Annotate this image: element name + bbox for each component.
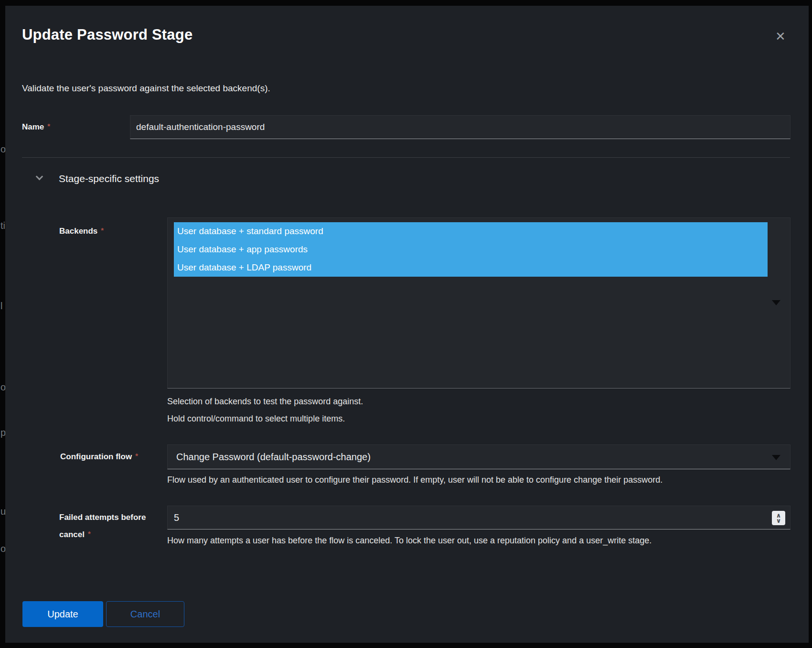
- name-label: Name*: [22, 122, 50, 132]
- required-asterisk: *: [47, 122, 50, 130]
- background-text-fragment: l: [0, 300, 2, 312]
- backend-option-selected[interactable]: User database + standard password: [174, 222, 768, 240]
- number-stepper[interactable]: ∧ ∨: [772, 511, 785, 525]
- failed-attempts-label-text: Failed attempts before cancel: [59, 513, 146, 539]
- name-label-text: Name: [22, 122, 44, 131]
- backends-label: Backends*: [59, 226, 104, 237]
- backends-help-text: Selection of backends to test the passwo…: [167, 396, 363, 407]
- failed-attempts-help-text: How many attempts a user has before the …: [167, 535, 652, 546]
- backends-options: User database + standard password User d…: [174, 222, 768, 277]
- backends-label-text: Backends: [59, 227, 97, 236]
- stepper-down-icon[interactable]: ∨: [776, 518, 781, 523]
- stage-specific-settings-toggle[interactable]: Stage-specific settings: [33, 172, 195, 186]
- configuration-flow-label: Configuration flow*: [60, 452, 138, 462]
- background-text-fragment: ti: [0, 220, 5, 231]
- backends-help-text: Hold control/command to select multiple …: [167, 413, 345, 424]
- failed-attempts-label: Failed attempts before cancel*: [59, 509, 164, 543]
- configuration-flow-selected-value: Change Password (default-password-change…: [176, 445, 371, 469]
- modal-description: Validate the user's password against the…: [22, 82, 270, 94]
- chevron-down-icon: [36, 173, 43, 181]
- form-divider: [22, 157, 790, 158]
- failed-attempts-input[interactable]: [168, 506, 765, 529]
- dropdown-caret-icon: [772, 455, 780, 460]
- failed-attempts-field: ∧ ∨: [167, 506, 791, 529]
- required-asterisk: *: [101, 226, 104, 234]
- configuration-flow-help-text: Flow used by an authenticated user to co…: [167, 474, 662, 486]
- required-asterisk: *: [135, 452, 138, 460]
- required-asterisk: *: [88, 529, 91, 538]
- backend-option-selected[interactable]: User database + LDAP password: [174, 259, 768, 277]
- update-button[interactable]: Update: [22, 601, 103, 627]
- configuration-flow-select[interactable]: Change Password (default-password-change…: [167, 444, 791, 469]
- dropdown-caret-icon: [772, 300, 780, 305]
- configuration-flow-label-text: Configuration flow: [60, 452, 132, 461]
- update-password-stage-modal: Update Password Stage ✕ Validate the use…: [5, 6, 809, 643]
- name-input[interactable]: [130, 115, 791, 139]
- section-title: Stage-specific settings: [59, 172, 159, 185]
- modal-title: Update Password Stage: [22, 26, 192, 44]
- backends-multiselect[interactable]: User database + standard password User d…: [167, 217, 791, 389]
- backend-option-selected[interactable]: User database + app passwords: [174, 240, 768, 259]
- cancel-button[interactable]: Cancel: [106, 601, 184, 627]
- close-icon[interactable]: ✕: [772, 28, 789, 44]
